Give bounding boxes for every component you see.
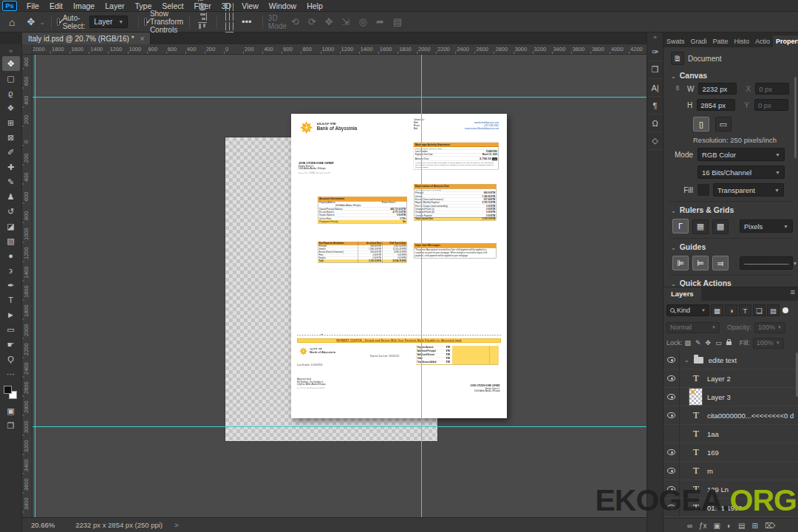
filter-toggle-icon[interactable] [782,307,788,313]
gradient-tool[interactable]: ▧ [2,233,20,248]
guide-vertical-center[interactable] [421,55,422,517]
menu-type[interactable]: Type [129,1,157,10]
dodge-tool[interactable]: ϶ [2,263,20,278]
status-caret-icon[interactable]: > [174,521,179,529]
hand-tool[interactable]: ☛ [2,337,20,352]
panel-tab-actio[interactable]: Actio [752,35,773,47]
coupon-field-cents[interactable] [490,346,498,349]
clone-source-panel-icon[interactable]: ❒ [648,61,663,79]
menu-edit[interactable]: Edit [44,1,68,10]
guide-vertical-left[interactable] [35,55,35,517]
auto-select-checkbox[interactable] [57,18,60,26]
toolbar-collapse-icon[interactable]: » [9,47,13,55]
layer-visibility-toggle[interactable] [664,388,680,406]
lock-guides-icon[interactable]: ⊨ [692,256,709,270]
layer-row[interactable]: T01.01.1990 [664,499,798,517]
filter-smart-objects-icon[interactable]: ▤ [767,304,780,316]
panel-tab-histo[interactable]: Histo [732,35,753,47]
type-tool[interactable]: T [2,293,20,307]
ruler-icon[interactable]: Γ [672,219,689,233]
orbit-3d-icon[interactable]: ⟲ [291,16,299,27]
link-layers-icon[interactable]: ∞ [687,522,692,530]
layer-visibility-toggle[interactable] [664,480,680,499]
units-dropdown[interactable]: Pixels▼ [740,219,793,233]
link-dimensions-icon[interactable]: ∞ [674,85,682,92]
distribute-center-icon[interactable] [225,13,234,21]
pen-tool[interactable]: ✒ [2,278,20,293]
slide-3d-icon[interactable]: ⇲ [342,16,350,27]
coupon-field-input[interactable] [452,353,490,357]
distribute-right-icon[interactable] [225,22,234,30]
coupon-field-cents[interactable] [490,353,498,357]
layer-visibility-toggle[interactable] [664,462,680,480]
layer-visibility-toggle[interactable] [664,425,680,443]
auto-select-target-dropdown[interactable]: Layer▼ [89,16,128,28]
distribute-left-icon[interactable] [225,3,234,11]
layers-tab[interactable]: Layers [664,287,701,301]
screen-mode-icon[interactable]: ❐ [2,418,20,433]
layer-row[interactable]: TLayer 2 [664,369,798,388]
ruler-origin-corner[interactable] [22,44,33,55]
grid-icon[interactable]: ▦ [692,219,709,234]
lasso-tool[interactable]: ϱ [2,86,20,100]
menu-help[interactable]: Help [301,1,328,10]
foreground-color-swatch[interactable] [4,386,12,394]
fill-swatch[interactable] [698,184,709,196]
filter-shape-layers-icon[interactable]: ❏ [753,304,765,316]
layer-row[interactable]: ⌄edite text [664,351,798,369]
layer-row[interactable]: T129 Ln [664,480,798,499]
layer-row[interactable]: Tm [664,462,798,480]
add-layer-mask-icon[interactable]: ▣ [714,522,720,530]
lock-transparent-icon[interactable]: ▨ [685,339,692,347]
path-selection-tool[interactable]: ► [2,307,20,322]
fill-dropdown[interactable]: Transparent▼ [713,183,784,197]
coupon-field-cents[interactable] [490,349,498,353]
bit-depth-dropdown[interactable]: 16 Bits/Channel▼ [698,166,785,179]
horizontal-ruler[interactable]: 2000180016001400120010008006004002000200… [33,44,647,55]
capture-icon[interactable]: ▤ [393,16,402,27]
eyedropper-tool[interactable]: ✐ [2,145,20,160]
layer-filter-kind-dropdown[interactable]: Kind ▼ [666,304,709,316]
scale-3d-icon[interactable]: ◎ [358,16,366,27]
healing-brush-tool[interactable]: ✚ [2,160,20,174]
home-icon[interactable]: ⌂ [9,16,15,28]
quick-mask-icon[interactable]: ▣ [2,403,20,418]
panel-tab-patte[interactable]: Patte [710,35,732,47]
fill-field[interactable]: 100%▼ [753,338,784,349]
coupon-field-input[interactable] [452,357,490,361]
group-chevron-icon[interactable]: ⌄ [684,357,689,364]
add-guides-icon[interactable]: ⊫ [672,256,689,270]
filter-pixel-layers-icon[interactable]: ▦ [711,304,723,316]
guide-horizontal-top[interactable] [33,97,647,98]
brush-settings-panel-icon[interactable]: ✑ [648,44,663,61]
clone-stamp-tool[interactable]: ♟ [2,189,20,204]
new-group-icon[interactable]: ▤ [738,522,745,530]
align-left-edges-icon[interactable] [198,0,207,1]
menu-view[interactable]: View [236,1,264,10]
align-top-edges-icon[interactable] [198,22,207,30]
more-options-icon[interactable]: ••• [242,16,252,27]
panel-tab-properties[interactable]: Properties [773,35,798,47]
menu-window[interactable]: Window [264,1,301,10]
document-tab[interactable]: Italy id.psd @ 20.7% (RGB/16) * × [22,33,151,44]
align-right-edges-icon[interactable] [198,13,207,21]
coupon-field-input[interactable] [452,361,490,364]
zoom-tool[interactable]: Ϙ [2,352,20,366]
marquee-tool[interactable]: ▢ [2,71,20,86]
coupon-field-input[interactable] [452,346,490,349]
coupon-field-input[interactable] [452,349,490,353]
guides-section-header[interactable]: ⌄Guides [664,242,798,251]
layer-row[interactable]: T169 [664,443,798,462]
character-panel-icon[interactable]: A| [648,79,663,97]
rectangle-tool[interactable]: ▭ [2,322,20,337]
coupon-field-cents[interactable] [490,361,498,364]
crop-tool[interactable]: ⊞ [2,115,20,130]
layer-visibility-toggle[interactable] [664,499,680,517]
filter-type-layers-icon[interactable]: T [739,304,751,316]
rulers-grids-section-header[interactable]: ⌄Rulers & Grids [664,205,798,214]
align-horizontal-centers-icon[interactable] [198,3,207,11]
canvas-y-field[interactable]: 0 px [754,99,788,111]
filter-adjustment-layers-icon[interactable]: ◑ [725,304,737,316]
guide-horizontal-bottom[interactable] [33,426,647,427]
layer-visibility-toggle[interactable] [664,443,680,462]
